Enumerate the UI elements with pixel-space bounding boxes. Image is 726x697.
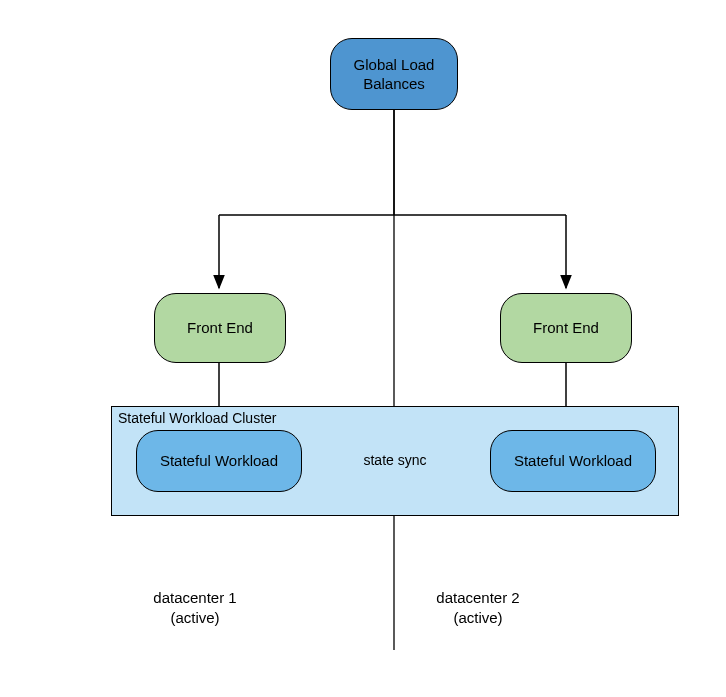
cluster-label: Stateful Workload Cluster [118, 410, 276, 426]
stateful-2-label: Stateful Workload [514, 451, 632, 471]
datacenter-2-label: datacenter 2 (active) [408, 588, 548, 629]
front-end-2-node: Front End [500, 293, 632, 363]
stateful-1-label: Stateful Workload [160, 451, 278, 471]
stateful-workload-2-node: Stateful Workload [490, 430, 656, 492]
front-end-1-node: Front End [154, 293, 286, 363]
diagram-canvas: Global Load Balances Front End Front End… [0, 0, 726, 697]
front-end-1-label: Front End [187, 318, 253, 338]
global-lb-label: Global Load Balances [354, 55, 435, 94]
global-load-balancer-node: Global Load Balances [330, 38, 458, 110]
front-end-2-label: Front End [533, 318, 599, 338]
datacenter-1-label: datacenter 1 (active) [125, 588, 265, 629]
stateful-workload-1-node: Stateful Workload [136, 430, 302, 492]
